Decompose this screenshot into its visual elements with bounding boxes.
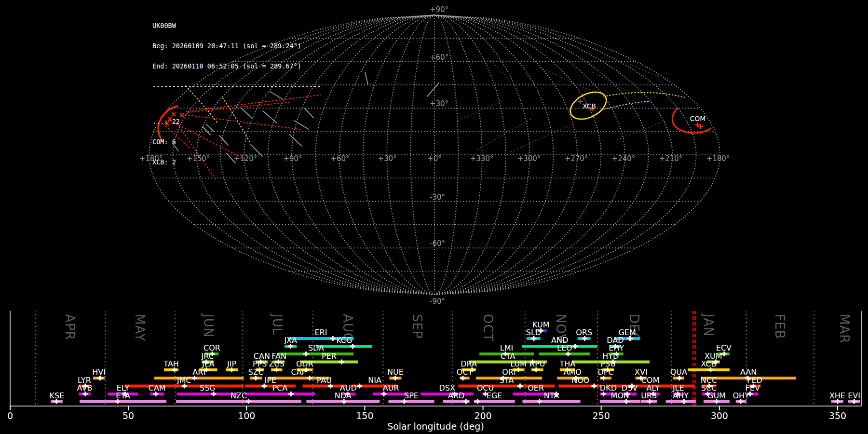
shower-label-tah: TAH — [163, 359, 179, 368]
shower-label-nda: NDA — [335, 391, 352, 400]
shower-bar-ari — [154, 377, 244, 380]
shower-bar-kcg — [316, 345, 372, 348]
shower-label-dpc: DPC — [597, 367, 613, 377]
shower-label-gum: GUM — [707, 391, 726, 400]
month-label-jul: JUL — [270, 313, 285, 335]
month-label-jun: JUN — [201, 313, 216, 338]
shower-label-xcb: XCB — [701, 359, 717, 368]
separator-line: ----------------------------------------… — [152, 83, 321, 90]
shower-bar-aur — [373, 393, 409, 395]
shower-bar-ssg — [177, 393, 238, 395]
shower-bar-sda — [278, 353, 353, 355]
shower-label-zcs: ZCS — [269, 359, 285, 368]
shower-label-jxa: JXA — [284, 336, 297, 345]
month-label-apr: APR — [63, 314, 77, 340]
shower-bar-spe — [388, 400, 434, 403]
radiant-label-com: COM — [690, 115, 706, 122]
map-lat-label: -30° — [430, 193, 445, 202]
axis-tick-label: 50 — [122, 410, 134, 421]
map-lon-label: +210° — [659, 154, 683, 163]
shower-bar-nzc — [176, 400, 301, 403]
shower-bar-ipe — [245, 385, 296, 388]
shower-bar-nta — [522, 400, 580, 403]
map-lon-label: +300° — [517, 154, 541, 163]
map-lon-label: +30° — [378, 154, 396, 163]
shower-label-hvi: HVI — [92, 367, 106, 377]
shower-label-evi: EVI — [848, 391, 860, 400]
map-lon-label: +60° — [330, 154, 349, 163]
shower-label-oer: OER — [528, 383, 544, 393]
shower-label-ssg: SSG — [200, 383, 216, 393]
map-lat-label: -90° — [430, 297, 445, 306]
shower-label-pca: PCA — [272, 383, 288, 393]
shower-label-szc: SZC — [248, 367, 263, 377]
radiant-label-xcb: XCB — [583, 102, 596, 110]
sporadic-faint-trail — [627, 63, 670, 82]
shower-label-nzc: NZC — [231, 391, 247, 400]
axis-tick-label: 250 — [593, 410, 610, 421]
xcb-drift-curve — [607, 93, 685, 97]
axis-tick-label: 350 — [829, 410, 846, 421]
shower-label-leo: LEO — [557, 343, 572, 353]
shower-label-eta: ETA — [116, 391, 130, 400]
shower-label-nia: NIA — [368, 376, 381, 385]
axis-title: Solar longitude (deg) — [387, 421, 484, 432]
sporadic-faint-trail — [477, 118, 533, 149]
shower-label-pau: PAU — [317, 376, 332, 385]
observation-info-block: UK00BW Beg: 20260109 20:47:11 (sol = 289… — [152, 9, 321, 179]
map-lon-label: +0° — [427, 154, 442, 163]
shower-label-jmc: JMC — [176, 376, 191, 385]
shower-label-avb: AVB — [77, 383, 93, 393]
shower-bar-dsx — [421, 393, 474, 395]
shower-label-ari: ARI — [192, 367, 205, 377]
sky-map-projection: XCBCOM+90°+60°+30°-30°-60°-90°+180°+150°… — [0, 0, 868, 311]
map-lon-label: +180° — [706, 154, 730, 163]
shower-label-rpu: RPU — [529, 359, 545, 368]
sporadic-faint-trail — [540, 68, 593, 92]
axis-tick-label: 150 — [356, 410, 373, 421]
shower-bar-leo — [539, 353, 590, 355]
month-label-mar: MAR — [837, 314, 852, 343]
map-lon-label: +330° — [470, 154, 494, 163]
map-lat-label: +90° — [430, 5, 448, 14]
month-label-jan: JAN — [701, 313, 716, 337]
map-lon-label: +270° — [565, 154, 588, 163]
shower-label-eri: ERI — [314, 328, 327, 337]
shower-label-kcg: KCG — [336, 336, 352, 345]
shower-bar-mon — [600, 400, 640, 403]
sporadic-faint-trail — [617, 121, 665, 140]
month-label-feb: FEB — [773, 314, 787, 339]
shower-label-jip: JIP — [227, 359, 236, 368]
sporadic-meteor-segment — [427, 83, 439, 96]
shower-bar-pca — [244, 393, 315, 395]
meteor-radiant-screen: UK00BW Beg: 20260109 20:47:11 (sol = 289… — [0, 0, 868, 434]
shower-label-noo: NOO — [571, 376, 589, 385]
shower-bar-pau — [302, 385, 346, 388]
shower-label-ahy: AHY — [673, 391, 689, 400]
shower-label-nta: NTA — [544, 391, 559, 400]
sporadic-count: ...: 22 — [152, 118, 321, 125]
map-lat-label: +60° — [430, 53, 448, 62]
shower-label-mon: MON — [610, 391, 629, 400]
axis-tick-label: 100 — [238, 410, 255, 421]
shower-label-nue: NUE — [387, 367, 404, 377]
shower-label-sta: STA — [500, 376, 514, 385]
axis-tick-label: 300 — [711, 410, 728, 421]
shower-bar-ahy — [666, 400, 696, 403]
com-count: COM: 6 — [152, 138, 321, 145]
sporadic-meteor-segment — [365, 72, 368, 85]
sporadic-faint-trail — [458, 101, 502, 121]
map-lat-label: +30° — [430, 99, 448, 108]
shower-activity-chart: APRMAYJUNJULAUGSEPOCTNOVDECJANFEBMARKUME… — [0, 311, 868, 434]
month-label-sep: SEP — [410, 314, 424, 339]
shower-label-ard: ARD — [448, 391, 464, 400]
begin-time: Beg: 20260109 20:47:11 (sol = 289.24°) — [152, 42, 321, 49]
station-id: UK00BW — [152, 22, 321, 29]
shower-label-ege: EGE — [487, 391, 502, 400]
map-lon-label: +240° — [612, 154, 636, 163]
xcb-count: XCB: 2 — [152, 159, 321, 165]
shower-label-cam: CAM — [149, 383, 166, 393]
shower-label-oct: OCT — [457, 367, 473, 377]
axis-tick-label: 0 — [7, 410, 13, 421]
axis-tick-label: 200 — [474, 410, 491, 421]
